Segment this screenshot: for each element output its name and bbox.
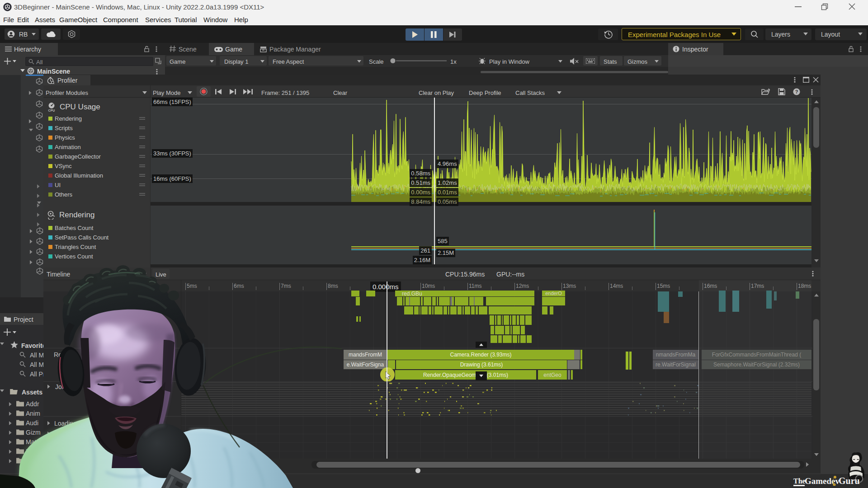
svg-text:Guru: Guru xyxy=(839,476,860,486)
svg-text:The: The xyxy=(793,477,806,485)
